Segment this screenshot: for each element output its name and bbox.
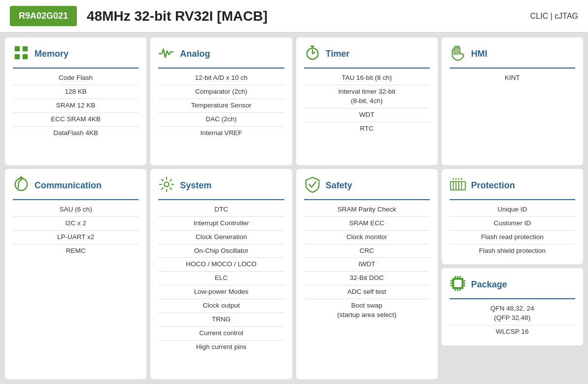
list-item: WLCSP 16 [450, 327, 575, 339]
list-item: TAU 16-bit (8 ch) [304, 73, 430, 85]
system-items: DTC Interrupt Controller Clock Generatio… [158, 205, 284, 354]
hmi-icon [450, 44, 466, 64]
protection-items: Unique ID Customer ID Flash read protect… [450, 205, 575, 258]
chip-badge: R9A02G021 [10, 6, 77, 26]
list-item: Interval timer 32-bit(8-bit, 4ch) [304, 87, 430, 108]
list-item: LP-UART x2 [13, 233, 138, 244]
card-hmi-header: HMI [450, 44, 575, 64]
list-item: Interrupt Controller [158, 219, 284, 231]
system-title: System [180, 180, 211, 191]
safety-items: SRAM Parity Check SRAM ECC Clock monitor… [304, 205, 430, 322]
list-item: Code Flash [13, 73, 138, 85]
package-title: Package [471, 279, 507, 290]
svg-rect-25 [450, 285, 452, 286]
svg-rect-28 [463, 285, 465, 286]
main-grid: Memory Code Flash 128 KB SRAM 12 KB ECC … [0, 33, 588, 384]
list-item: Customer ID [450, 219, 575, 231]
chip-title: 48MHz 32-bit RV32I [MACB] [87, 8, 530, 24]
list-item: High current pins [158, 343, 284, 354]
card-safety: Safety SRAM Parity Check SRAM ECC Clock … [296, 169, 438, 379]
svg-rect-33 [457, 289, 458, 291]
analog-title: Analog [180, 49, 210, 59]
svg-rect-24 [450, 283, 452, 284]
list-item: WDT [304, 110, 430, 122]
system-icon [158, 176, 175, 195]
svg-rect-2 [15, 54, 20, 59]
card-system: System DTC Interrupt Controller Clock Ge… [150, 169, 292, 379]
list-item: Temperature Sensor [158, 101, 284, 113]
svg-rect-31 [459, 276, 461, 278]
card-analog-header: Analog [158, 44, 284, 64]
header: R9A02G021 48MHz 32-bit RV32I [MACB] CLIC… [0, 0, 588, 33]
list-item: RTC [304, 124, 430, 136]
list-item: TRNG [158, 315, 284, 327]
card-package: Package QFN 48,32, 24(QFP 32,48) WLCSP 1… [442, 268, 583, 346]
svg-marker-17 [452, 178, 454, 180]
list-item: 128 KB [13, 87, 138, 99]
list-item: Low-power Modes [158, 287, 284, 299]
memory-title: Memory [35, 49, 69, 59]
card-safety-header: Safety [304, 176, 430, 195]
analog-items: 12-bit A/D x 10 ch Comparator (2ch) Temp… [158, 73, 284, 140]
list-item: Internal VREF [158, 129, 284, 140]
svg-rect-0 [15, 46, 20, 51]
list-item: SRAM Parity Check [304, 205, 430, 217]
list-item: On-Chip Oscillator [158, 246, 284, 258]
svg-rect-26 [463, 280, 465, 282]
list-item: Clock Generation [158, 233, 284, 244]
protection-icon [450, 176, 466, 195]
communication-icon [13, 176, 30, 195]
list-item: Flash read protection [450, 233, 575, 244]
card-hmi: HMI KINT [442, 37, 583, 165]
list-item: QFN 48,32, 24(QFP 32,48) [450, 304, 575, 325]
package-icon [450, 275, 466, 294]
list-item: KINT [450, 73, 575, 85]
card-memory-header: Memory [13, 44, 138, 64]
safety-icon [304, 176, 321, 195]
hmi-title: HMI [471, 49, 487, 59]
card-package-header: Package [450, 275, 575, 294]
svg-rect-27 [463, 283, 465, 284]
timer-items: TAU 16-bit (8 ch) Interval timer 32-bit(… [304, 73, 430, 135]
header-links: CLIC | cJTAG [530, 12, 578, 21]
card-comm-header: Communication [13, 176, 138, 195]
card-timer-header: Timer [304, 44, 430, 64]
card-memory: Memory Code Flash 128 KB SRAM 12 KB ECC … [5, 37, 146, 165]
list-item: 12-bit A/D x 10 ch [158, 73, 284, 85]
communication-title: Communication [35, 180, 102, 191]
list-item: Comparator (2ch) [158, 87, 284, 99]
list-item: Clock monitor [304, 233, 430, 244]
svg-point-11 [165, 182, 169, 186]
list-item: ADC self test [304, 287, 430, 299]
timer-icon [304, 44, 321, 64]
package-items: QFN 48,32, 24(QFP 32,48) WLCSP 16 [450, 304, 575, 339]
svg-rect-12 [450, 181, 465, 190]
list-item: SAU (6 ch) [13, 205, 138, 217]
list-item: SRAM 12 KB [13, 101, 138, 113]
card-analog: Analog 12-bit A/D x 10 ch Comparator (2c… [150, 37, 292, 165]
list-item: HOCO / MOCO / LOCO [158, 260, 284, 272]
list-item: Boot swap(startup area select) [304, 301, 430, 322]
card-system-header: System [158, 176, 284, 195]
timer-title: Timer [326, 49, 350, 59]
list-item: IWDT [304, 260, 430, 272]
protection-title: Protection [471, 180, 515, 191]
list-item: ECC SRAM 4KB [13, 115, 138, 127]
svg-rect-34 [459, 289, 461, 291]
list-item: Current control [158, 329, 284, 341]
svg-rect-32 [454, 289, 456, 291]
card-protection: Protection Unique ID Customer ID Flash r… [442, 169, 583, 265]
list-item: Clock output [158, 301, 284, 313]
list-item: I2C x 2 [13, 219, 138, 231]
list-item: SRAM ECC [304, 219, 430, 231]
svg-rect-22 [454, 280, 461, 287]
memory-icon [13, 44, 30, 64]
svg-rect-23 [450, 280, 452, 282]
list-item: DAC (2ch) [158, 115, 284, 127]
svg-rect-3 [23, 54, 28, 59]
safety-title: Safety [326, 180, 352, 191]
memory-items: Code Flash 128 KB SRAM 12 KB ECC SRAM 4K… [13, 73, 138, 140]
svg-rect-30 [457, 276, 458, 278]
card-protection-header: Protection [450, 176, 575, 195]
communication-items: SAU (6 ch) I2C x 2 LP-UART x2 REMC [13, 205, 138, 258]
